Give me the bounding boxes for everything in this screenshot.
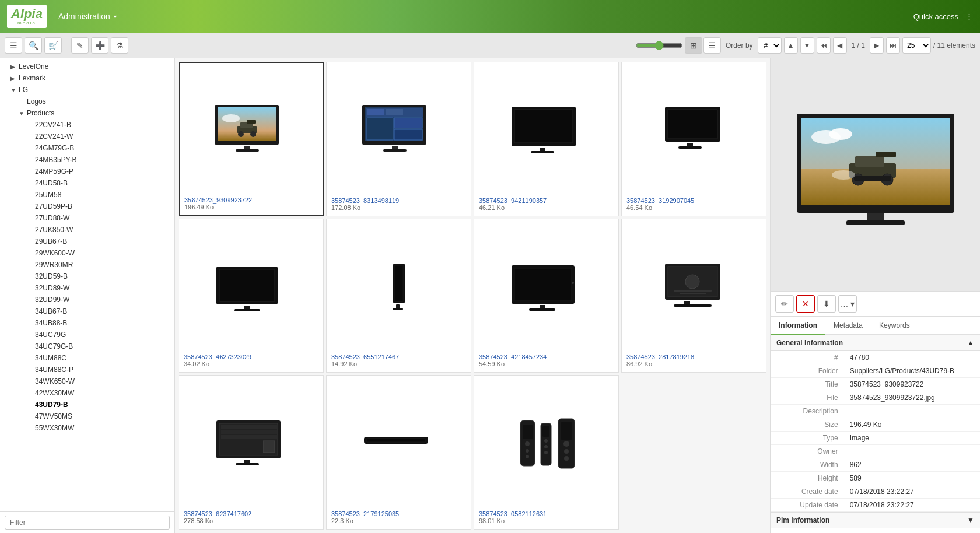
svg-rect-66	[542, 426, 550, 437]
sidebar-label-42wx30mw: 42WX30MW	[35, 389, 74, 397]
sidebar-label-22cv241b: 22CV241-B	[35, 121, 71, 129]
toolbar-cart-btn[interactable]: 🛒	[44, 37, 62, 54]
sort-desc-btn[interactable]: ▼	[800, 37, 814, 54]
sidebar-item-25um58[interactable]: 25UM58	[0, 189, 174, 201]
grid-item-name-10: 35874523_2179125035	[331, 510, 466, 517]
page-total: 1	[861, 41, 865, 50]
header-more-icon[interactable]: ⋮	[965, 12, 973, 21]
sidebar-item-34um88cp[interactable]: 34UM88C-P	[0, 364, 174, 376]
list-view-btn[interactable]: ☰	[704, 37, 721, 54]
sidebar-item-27ud88w[interactable]: 27UD88-W	[0, 212, 174, 224]
sidebar-item-55wx30mw[interactable]: 55WX30MW	[0, 422, 174, 434]
grid-item-1[interactable]: 35874523_9309923722196.49 Ko	[178, 62, 324, 216]
sidebar-item-lg[interactable]: ▼LG	[0, 84, 174, 96]
sidebar-item-34ub67b[interactable]: 34UB67-B	[0, 306, 174, 317]
sidebar-item-22cv241b[interactable]: 22CV241-B	[0, 119, 174, 131]
grid-item-10[interactable]: 35874523_217912503522.3 Ko	[326, 375, 471, 530]
pim-expand-icon[interactable]: ▼	[967, 516, 974, 524]
sidebar-label-32ud59b: 32UD59-B	[35, 272, 68, 280]
quick-access-label[interactable]: Quick access	[914, 12, 958, 21]
last-page-btn[interactable]: ⏭	[886, 37, 900, 54]
svg-rect-19	[394, 129, 422, 140]
sort-asc-btn[interactable]: ▲	[784, 37, 798, 54]
svg-rect-16	[404, 109, 422, 115]
sidebar-item-22cv241w[interactable]: 22CV241-W	[0, 131, 174, 142]
svg-rect-59	[367, 439, 425, 442]
sidebar-item-24mp59gp[interactable]: 24MP59G-P	[0, 166, 174, 177]
grid-item-size-5: 34.02 Ko	[184, 360, 318, 367]
sidebar-item-logos[interactable]: Logos	[0, 96, 174, 107]
sidebar-item-34wk650w[interactable]: 34WK650-W	[0, 376, 174, 387]
grid-item-8[interactable]: 35874523_281781921886.92 Ko	[621, 219, 766, 373]
sidebar-item-24gm79gb[interactable]: 24GM79G-B	[0, 142, 174, 154]
preview-image	[771, 58, 980, 291]
first-page-btn[interactable]: ⏮	[817, 37, 831, 54]
grid-item-name-4: 35874523_3192907045	[626, 197, 761, 204]
svg-rect-42	[529, 308, 555, 311]
delete-btn[interactable]: ✕	[796, 295, 815, 313]
tab-metadata[interactable]: Metadata	[825, 317, 871, 335]
sidebar-item-24ud58b[interactable]: 24UD58-B	[0, 177, 174, 189]
header-right: Quick access ⋮	[914, 12, 973, 21]
svg-point-45	[685, 275, 699, 289]
tab-information[interactable]: Information	[771, 317, 825, 335]
sidebar-item-products[interactable]: ▼Products	[0, 107, 174, 119]
info-property-description: Description	[771, 405, 844, 418]
grid-item-5[interactable]: 35874523_462732302934.02 Ko	[178, 219, 324, 373]
edit-btn[interactable]: ✏	[775, 295, 794, 313]
grid-item-6[interactable]: 35874523_655121746714.92 Ko	[326, 219, 471, 373]
sidebar-item-lexmark[interactable]: ▶Lexmark	[0, 72, 174, 84]
grid-item-2[interactable]: 35874523_8313498119172.08 Ko	[326, 62, 471, 216]
elements-count: / 11 elements	[933, 41, 975, 50]
svg-point-64	[526, 455, 529, 458]
filter-input[interactable]	[5, 516, 170, 530]
sidebar-item-32ud99w[interactable]: 32UD99-W	[0, 294, 174, 306]
sidebar-item-42wx30mw[interactable]: 42WX30MW	[0, 387, 174, 399]
order-select[interactable]: #	[758, 37, 782, 54]
grid-view-btn[interactable]: ⊞	[685, 37, 702, 54]
tab-keywords[interactable]: Keywords	[871, 317, 918, 335]
prev-page-btn[interactable]: ◀	[833, 37, 847, 54]
zoom-slider[interactable]	[636, 41, 682, 50]
toolbar-search-btn[interactable]: 🔍	[24, 37, 42, 54]
toolbar-add-btn[interactable]: ➕	[91, 37, 108, 54]
grid-item-4[interactable]: 35874523_319290704546.54 Ko	[621, 62, 766, 216]
sidebar-item-34ub88b[interactable]: 34UB88-B	[0, 317, 174, 329]
sidebar-item-34um88c[interactable]: 34UM88C	[0, 352, 174, 364]
svg-point-87	[832, 170, 855, 180]
grid-item-11[interactable]: 35874523_058211263198.01 Ko	[474, 375, 619, 530]
logo-sub: media	[18, 20, 36, 26]
sidebar-item-29ub67b[interactable]: 29UB67-B	[0, 236, 174, 247]
grid-item-7[interactable]: 35874523_421845723454.59 Ko	[474, 219, 619, 373]
more-btn[interactable]: … ▾	[838, 295, 857, 313]
admin-menu[interactable]: Administration ▾	[58, 12, 117, 21]
per-page-select[interactable]: 25 50 100	[902, 37, 931, 54]
info-value-title: 35874523_9309923722	[844, 378, 980, 391]
grid-item-name-11: 35874523_0582112631	[479, 510, 614, 517]
general-info-header: General information ▲	[771, 335, 980, 351]
sidebar-label-lexmark: Lexmark	[19, 74, 46, 82]
grid-item-9[interactable]: 35874523_6237417602278.58 Ko	[178, 375, 324, 530]
sidebar-label-24gm79gb: 24GM79G-B	[35, 144, 74, 152]
toolbar-menu-btn[interactable]: ☰	[5, 37, 22, 54]
download-btn[interactable]: ⬇	[817, 295, 836, 313]
sidebar-item-34uc79g[interactable]: 34UC79G	[0, 329, 174, 341]
sidebar-item-24mb35pyb[interactable]: 24MB35PY-B	[0, 154, 174, 166]
toolbar-edit-btn[interactable]: ✎	[71, 37, 89, 54]
next-page-btn[interactable]: ▶	[870, 37, 884, 54]
sidebar-item-43ud79b[interactable]: 43UD79-B	[0, 399, 174, 411]
sidebar-item-29wk600w[interactable]: 29WK600-W	[0, 247, 174, 259]
collapse-icon[interactable]: ▲	[967, 339, 974, 347]
general-info-title: General information	[776, 339, 843, 347]
sidebar-item-47wv50ms[interactable]: 47WV50MS	[0, 411, 174, 422]
sidebar-item-34uc79gb[interactable]: 34UC79G-B	[0, 341, 174, 352]
grid-item-3[interactable]: 35874523_942119035746.21 Ko	[474, 62, 619, 216]
svg-rect-88	[867, 213, 884, 222]
sidebar-item-27uk850w[interactable]: 27UK850-W	[0, 224, 174, 236]
sidebar-item-32ud59b[interactable]: 32UD59-B	[0, 271, 174, 282]
toolbar-filter-btn[interactable]: ⚗	[111, 37, 128, 54]
sidebar-item-32ud89w[interactable]: 32UD89-W	[0, 282, 174, 294]
sidebar-item-27ud59pb[interactable]: 27UD59P-B	[0, 201, 174, 212]
sidebar-item-29wr30mr[interactable]: 29WR30MR	[0, 259, 174, 271]
sidebar-item-levelone[interactable]: ▶LevelOne	[0, 61, 174, 72]
